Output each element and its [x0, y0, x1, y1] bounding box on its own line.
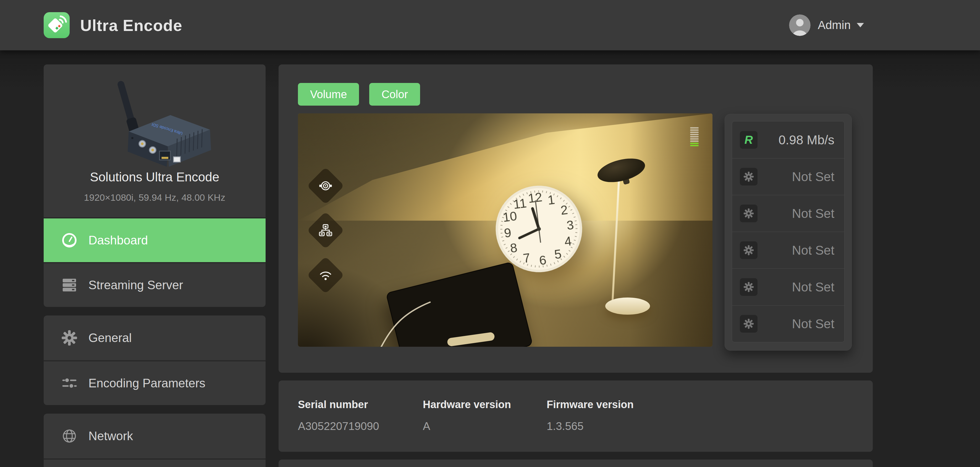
info-label: Hardware version: [423, 399, 547, 411]
app-logo-icon: [44, 12, 70, 38]
sidebar-item-dashboard[interactable]: Dashboard: [44, 217, 266, 262]
gauge-icon: [61, 232, 77, 248]
stream-bitrate: 0.98 Mb/s: [778, 132, 834, 147]
stream-status: Not Set: [792, 316, 834, 331]
info-label: Firmware version: [547, 399, 634, 411]
stream-row[interactable]: Not Set: [732, 305, 844, 342]
sidebar-item-streaming-server[interactable]: Streaming Server: [44, 262, 266, 307]
server-icon: [61, 277, 77, 293]
stream-status: Not Set: [792, 243, 834, 258]
sidebar-item-firmware[interactable]: Firmware New: [44, 458, 266, 467]
recording-r-icon: R: [740, 131, 757, 149]
firmware-version-value: 1.3.565: [547, 420, 634, 432]
sidebar-item-label: Encoding Parameters: [88, 376, 205, 390]
sidebar-card-settings: General Encoding Parameters: [44, 316, 266, 405]
ultra-encode-dashboard: Ultra Encode Admin Solutions Ultra Encod…: [0, 0, 980, 467]
sidebar-item-label: General: [88, 331, 132, 345]
sdi-input-icon: [318, 179, 333, 193]
hardware-version-value: A: [423, 420, 547, 432]
content: Solutions Ultra Encode 1920×1080i, 59.94…: [0, 50, 980, 467]
ethernet-icon: [318, 223, 333, 237]
sidebar: Solutions Ultra Encode 1920×1080i, 59.94…: [44, 64, 266, 467]
sidebar-item-label: Network: [88, 429, 133, 443]
sidebar-card-system: Network Firmware New: [44, 414, 266, 467]
gear-icon: [743, 282, 754, 292]
encoder-device-image: [94, 75, 216, 167]
stream-targets-panel: R 0.98 Mb/s Not Set Not Set: [725, 114, 852, 351]
stream-row[interactable]: Not Set: [732, 268, 844, 305]
info-item: Hardware version A: [423, 399, 547, 452]
device-signal-format: 1920×1080i, 59.94 Hz, 48.00 KHz: [44, 192, 266, 203]
device-summary: Solutions Ultra Encode 1920×1080i, 59.94…: [44, 64, 266, 217]
next-panel-partial: [278, 459, 873, 467]
gear-icon: [61, 330, 77, 346]
user-avatar-icon: [789, 14, 811, 36]
info-label: Serial number: [298, 399, 423, 411]
gear-icon: [743, 171, 754, 182]
info-item: Firmware version 1.3.565: [547, 399, 634, 452]
stream-targets-list: R 0.98 Mb/s Not Set Not Set: [732, 121, 845, 342]
main: Volume Color: [278, 64, 873, 467]
stream-status: Not Set: [792, 279, 834, 295]
chevron-down-icon: [857, 23, 864, 27]
color-button[interactable]: Color: [369, 83, 420, 106]
audio-level-meter: [690, 127, 698, 146]
stream-status: Not Set: [792, 169, 834, 184]
wifi-icon: [318, 268, 333, 282]
sidebar-item-general[interactable]: General: [44, 316, 266, 360]
sidebar-card-main: Solutions Ultra Encode 1920×1080i, 59.94…: [44, 64, 266, 307]
sliders-icon: [61, 375, 77, 391]
stream-row[interactable]: Not Set: [732, 158, 844, 195]
preview-panel: Volume Color: [278, 64, 873, 373]
stream-row[interactable]: Not Set: [732, 195, 844, 232]
sidebar-item-network[interactable]: Network: [44, 414, 266, 458]
preview-actions: Volume Color: [298, 83, 420, 106]
app-title: Ultra Encode: [80, 16, 182, 35]
stream-status: Not Set: [792, 206, 834, 221]
info-item: Serial number A305220719090: [298, 399, 423, 452]
sidebar-item-label: Dashboard: [88, 233, 148, 247]
gear-icon: [743, 208, 754, 219]
globe-icon: [61, 428, 77, 444]
user-menu[interactable]: Admin: [789, 14, 864, 36]
serial-number-value: A305220719090: [298, 420, 423, 432]
stream-row[interactable]: Not Set: [732, 232, 844, 268]
gear-icon: [743, 319, 754, 329]
sidebar-item-label: Streaming Server: [88, 278, 183, 292]
video-preview: [298, 113, 713, 347]
stream-row-recording[interactable]: R 0.98 Mb/s: [732, 121, 844, 158]
volume-button[interactable]: Volume: [298, 83, 359, 106]
device-name: Solutions Ultra Encode: [44, 169, 266, 185]
topbar: Ultra Encode Admin: [0, 0, 980, 50]
user-name: Admin: [818, 19, 851, 32]
sidebar-item-encoding-parameters[interactable]: Encoding Parameters: [44, 360, 266, 405]
device-info-panel: Serial number A305220719090 Hardware ver…: [278, 381, 873, 452]
gear-icon: [743, 245, 754, 255]
